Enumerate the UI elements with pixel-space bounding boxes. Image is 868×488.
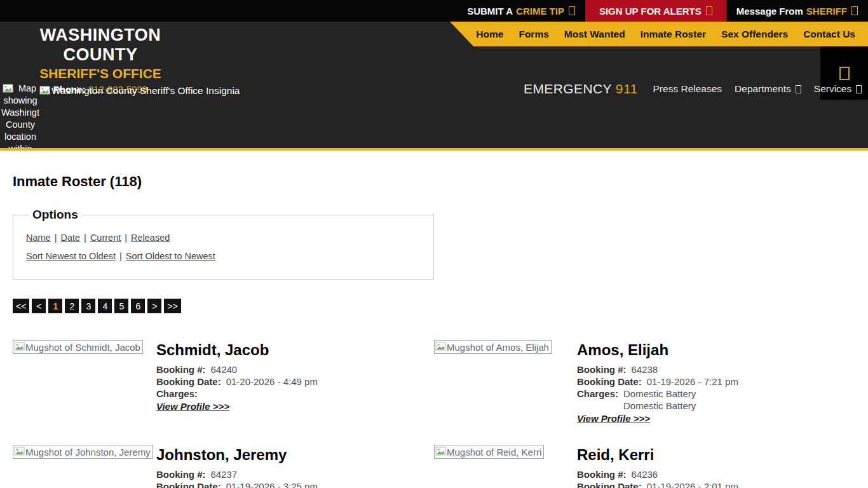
subnav-departments[interactable]: Departments [735, 83, 801, 95]
separator: | [80, 233, 90, 243]
mugshot-cell: Mugshot of Schmidt, Jacob [13, 340, 156, 355]
charges-value: Domestic Battery Domestic Battery [623, 388, 696, 412]
page-6-button[interactable]: 6 [131, 299, 145, 313]
sort-links-row: Sort Newest to Oldest|Sort Oldest to New… [26, 251, 421, 261]
filter-date-link[interactable]: Date [60, 233, 80, 243]
nav-contact-us[interactable]: Contact Us [796, 29, 863, 40]
separator: | [121, 233, 131, 243]
options-legend: Options [29, 208, 82, 222]
brand-county-name: WASHINGTON COUNTY [8, 25, 193, 65]
booking-date-label: Booking Date: [577, 376, 642, 388]
nav-inmate-roster[interactable]: Inmate Roster [633, 29, 714, 40]
filter-links-row: Name|Date|Current|Released [26, 233, 421, 243]
inmate-details: Schmidt, Jacob Booking #:64240 Booking D… [156, 340, 318, 412]
subnav-press-releases[interactable]: Press Releases [653, 83, 722, 95]
booking-no-value: 64236 [632, 468, 658, 480]
page-3-button[interactable]: 3 [81, 299, 95, 313]
alerts-icon [706, 6, 712, 15]
inmate-card: Mugshot of Johnston, Jeremy Johnston, Je… [13, 445, 434, 488]
separator: | [51, 233, 61, 243]
sign-up-alerts-link[interactable]: SIGN UP FOR ALERTS [585, 0, 726, 22]
sheriff-icon [851, 6, 858, 15]
alerts-label: SIGN UP FOR ALERTS [599, 6, 702, 17]
inmate-name: Reid, Kerri [577, 446, 749, 464]
booking-date-value: 01-19-2026 - 3:25 pm [226, 480, 318, 488]
mugshot-broken-image[interactable]: Mugshot of Schmidt, Jacob [13, 340, 143, 354]
booking-date-value: 01-19-2026 - 2:01 pm [647, 480, 738, 488]
page-prev-button[interactable]: < [32, 299, 46, 313]
booking-date-value: 01-20-2026 - 4:49 pm [226, 376, 318, 388]
mugshot-cell: Mugshot of Amos, Elijah [434, 340, 577, 355]
booking-no-label: Booking #: [156, 363, 206, 376]
mugshot-cell: Mugshot of Johnston, Jeremy [13, 445, 156, 460]
charges-label: Charges: [156, 388, 198, 400]
booking-no-value: 64240 [211, 363, 238, 376]
mugshot-broken-image[interactable]: Mugshot of Johnston, Jeremy [13, 445, 153, 459]
nav-home[interactable]: Home [468, 29, 511, 40]
message-from-sheriff-link[interactable]: Message From SHERIFF [726, 0, 868, 22]
broken-image-icon [3, 83, 14, 95]
sort-newest-link[interactable]: Sort Newest to Oldest [26, 251, 116, 261]
inmate-card: Mugshot of Amos, Elijah Amos, Elijah Boo… [434, 340, 855, 445]
nav-most-wanted[interactable]: Most Wanted [557, 29, 633, 40]
filter-current-link[interactable]: Current [90, 233, 121, 243]
filter-name-link[interactable]: Name [26, 233, 51, 243]
mugshot-cell: Mugshot of Reid, Kerri [434, 445, 577, 460]
inmate-card: Mugshot of Reid, Kerri Reid, Kerri Booki… [434, 445, 855, 488]
view-profile-link[interactable]: View Profile >>> [577, 413, 650, 424]
mugshot-broken-image[interactable]: Mugshot of Amos, Elijah [434, 340, 552, 354]
emergency-label: EMERGENCY [524, 81, 612, 96]
booking-date-label: Booking Date: [156, 376, 221, 388]
departments-dropdown-icon [796, 85, 801, 93]
broken-image-icon [435, 446, 447, 458]
booking-no-label: Booking #: [577, 363, 627, 376]
top-utility-bar: SUBMIT A CRIME TIP SIGN UP FOR ALERTS Me… [0, 0, 868, 22]
inmate-card: Mugshot of Schmidt, Jacob Schmidt, Jacob… [13, 340, 434, 445]
broken-image-icon [14, 446, 25, 458]
broken-image-icon [14, 341, 25, 353]
brand-office-name: SHERIFF'S OFFICE [8, 66, 193, 81]
page-1-button[interactable]: 1 [48, 299, 62, 313]
crime-tip-icon [569, 6, 575, 15]
mugshot-alt-text: Mugshot of Amos, Elijah [447, 342, 549, 353]
inmate-name: Schmidt, Jacob [156, 341, 318, 359]
page-last-button[interactable]: >> [164, 299, 180, 313]
inmate-details: Johnston, Jeremy Booking #:64237 Booking… [156, 445, 318, 488]
inmate-details: Amos, Elijah Booking #:64238 Booking Dat… [577, 340, 738, 424]
options-panel: Options Name|Date|Current|Released Sort … [13, 208, 434, 280]
press-releases-label: Press Releases [653, 83, 722, 95]
page-5-button[interactable]: 5 [114, 299, 128, 313]
pagination: << < 1 2 3 4 5 6 > >> [13, 299, 855, 313]
subnav-services[interactable]: Services [814, 83, 862, 95]
page-2-button[interactable]: 2 [65, 299, 79, 313]
view-profile-link[interactable]: View Profile >>> [156, 401, 229, 412]
insignia-alt-text: Washington County Sheriff's Office Insig… [51, 85, 240, 97]
main-content: Inmate Roster (118) Options Name|Date|Cu… [0, 151, 868, 488]
page-4-button[interactable]: 4 [98, 299, 112, 313]
emergency-text: EMERGENCY 911 [524, 81, 638, 97]
booking-date-label: Booking Date: [577, 480, 642, 488]
primary-nav: Home Forms Most Wanted Inmate Roster Sex… [450, 22, 868, 46]
booking-no-label: Booking #: [156, 468, 206, 480]
emergency-number: 911 [616, 81, 638, 96]
site-header: WASHINGTON COUNTY SHERIFF'S OFFICE Phone… [0, 22, 868, 151]
separator: | [116, 251, 126, 261]
booking-no-value: 64238 [632, 363, 658, 376]
booking-date-value: 01-19-2026 - 7:21 pm [647, 376, 738, 388]
broken-image-icon [39, 85, 51, 97]
mugshot-broken-image[interactable]: Mugshot of Reid, Kerri [434, 445, 544, 459]
page-first-button[interactable]: << [13, 299, 29, 313]
nav-forms[interactable]: Forms [511, 29, 556, 40]
submit-crime-tip-link[interactable]: SUBMIT A CRIME TIP [457, 0, 585, 22]
booking-no-value: 64237 [211, 468, 238, 480]
nav-sex-offenders[interactable]: Sex Offenders [714, 29, 796, 40]
filter-released-link[interactable]: Released [131, 233, 170, 243]
mugshot-alt-text: Mugshot of Reid, Kerri [447, 447, 541, 458]
sort-oldest-link[interactable]: Sort Oldest to Newest [126, 251, 215, 261]
page-next-button[interactable]: > [147, 299, 161, 313]
inmate-roster-grid: Mugshot of Schmidt, Jacob Schmidt, Jacob… [13, 340, 855, 488]
sheriff-highlight: SHERIFF [806, 6, 847, 17]
broken-image-icon [435, 341, 447, 353]
mugshot-alt-text: Mugshot of Johnston, Jeremy [25, 447, 151, 458]
booking-no-label: Booking #: [577, 468, 627, 480]
